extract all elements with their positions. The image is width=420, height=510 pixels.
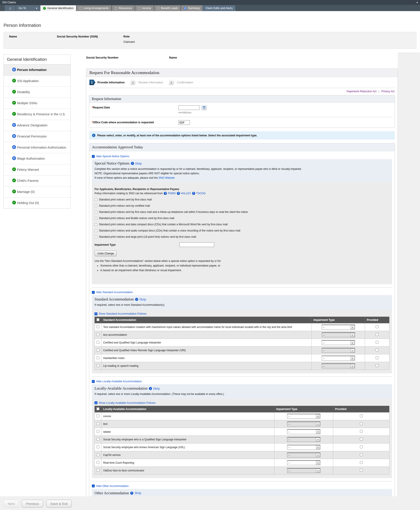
footer-save-exit-button[interactable]: Save & Exit [46,500,72,508]
sidebar-item[interactable]: SSI Application [4,76,70,87]
help-icon[interactable] [164,192,167,195]
sidebar-item[interactable]: Multiple SSNs [4,98,70,109]
provided-checkbox[interactable] [376,341,379,344]
sno-option[interactable]: Standard print notices and Braille notic… [95,217,389,220]
expand-icon[interactable] [95,312,98,315]
impairment-type-select[interactable]: -- [287,437,320,442]
nav-tab[interactable]: General Identification [40,5,76,11]
sno-option-radio[interactable] [95,198,98,201]
sidebar-item[interactable]: Felony Warrant [4,164,70,175]
paperwork-reduction-act-link[interactable]: Paperwork Reduction Act [346,90,376,93]
row-select-checkbox[interactable] [97,341,99,344]
row-select-checkbox[interactable] [97,461,99,464]
impairment-type-select[interactable]: -- [287,460,320,465]
help-icon[interactable] [192,192,195,195]
collapse-icon[interactable] [92,291,95,294]
provided-checkbox[interactable] [376,348,379,351]
row-select-checkbox[interactable] [97,430,99,433]
select-all-checkbox[interactable] [97,407,99,410]
row-select-checkbox[interactable] [97,414,99,417]
collapse-icon[interactable] [92,380,95,383]
other-help-link[interactable]: Help [135,491,141,495]
sidebar-item[interactable]: Person Information [4,65,70,76]
impairment-type-select[interactable]: -- [287,468,320,473]
impairment-type-select[interactable]: -- [287,414,320,419]
row-select-checkbox[interactable] [97,356,99,359]
footer-next-button[interactable]: Next [4,500,19,508]
provided-checkbox[interactable] [360,453,363,456]
nav-tab[interactable]: Income [135,5,154,11]
help-icon[interactable] [130,492,133,495]
row-select-checkbox[interactable] [97,438,99,441]
sno-option-radio[interactable] [95,211,98,214]
sno-option[interactable]: Standard print notices sent by first-cla… [95,210,389,214]
row-select-checkbox[interactable] [97,364,99,367]
sno-option-radio[interactable] [95,229,98,232]
row-select-checkbox[interactable] [97,469,99,472]
sidebar-item[interactable]: Holding Out (0) [4,198,70,208]
sidebar-item[interactable]: Marriage (0) [4,186,70,198]
sidebar-item[interactable]: Personal Information Authorization [4,142,70,153]
office-code-input[interactable] [178,120,190,125]
sno-option-radio[interactable] [95,217,98,220]
footer-previous-button[interactable]: Previous [22,500,43,508]
undo-change-button[interactable]: Undo Change [95,251,117,256]
sidebar-item[interactable]: Child's Parents [4,175,70,186]
policy-link[interactable]: HALLEX [181,192,191,195]
collapse-icon[interactable] [92,485,95,487]
row-select-checkbox[interactable] [97,333,99,336]
request-date-input[interactable] [178,105,199,110]
show-local-policies-link[interactable]: Show Locally-Available Accommodation Pol… [99,401,156,405]
hide-local-link[interactable]: Hide Locally-Available Accommodation [96,380,142,383]
sno-help-link[interactable]: Help [135,162,142,165]
impairment-type-select[interactable]: -- [322,340,355,345]
nav-tab[interactable]: Living Arrangements [76,5,111,11]
nav-tab[interactable]: Resources [112,5,135,11]
policy-link[interactable]: TSCOG [196,192,206,195]
help-icon[interactable] [149,387,152,390]
help-icon[interactable] [177,192,180,195]
select-all-checkbox[interactable] [97,318,99,321]
nav-tab[interactable]: Claim Edits and Alerts [203,5,235,11]
hide-standard-link[interactable]: Hide Standard Accommodation [96,291,133,294]
provided-checkbox[interactable] [360,461,363,464]
help-icon[interactable] [131,162,134,165]
collapse-icon[interactable] [92,155,95,158]
provided-checkbox[interactable] [360,414,363,417]
sno-option[interactable]: Standard print notices sent by certified… [95,204,389,207]
impairment-type-select[interactable]: -- [322,333,355,337]
impairment-type-select[interactable]: -- [287,429,320,434]
calendar-icon[interactable] [202,105,207,110]
provided-checkbox[interactable] [376,333,379,336]
nav-tab[interactable]: Benefit Leads [154,5,180,11]
hide-other-link[interactable]: Hide Other Accommodation [96,485,129,488]
impairment-type-select[interactable]: -- [322,363,355,368]
impairment-type-select[interactable]: -- [322,356,355,361]
impairment-type-select[interactable]: -- [287,453,320,458]
privacy-act-link[interactable]: Privacy Act [381,90,395,93]
impairment-type-select[interactable]: -- [322,348,355,353]
row-select-checkbox[interactable] [97,325,99,328]
standard-help-link[interactable]: Help [140,298,146,301]
provided-checkbox[interactable] [376,356,379,359]
sno-option[interactable]: Standard print notices sent by first-cla… [95,198,389,201]
sidebar-item[interactable]: Wage Authorization [4,153,70,164]
sno-option[interactable]: Standard print notices and audio compact… [95,229,389,232]
sidebar-item[interactable]: Advance Designation [4,120,70,131]
provided-checkbox[interactable] [360,445,363,448]
sidebar-item[interactable]: Financial Permission [4,131,70,142]
row-select-checkbox[interactable] [97,422,99,425]
hide-sno-link[interactable]: Hide Special Notice Options [96,155,129,158]
home-button[interactable] [5,5,15,11]
row-select-checkbox[interactable] [97,445,99,448]
goto-dropdown[interactable]: Go To [16,5,40,11]
provided-checkbox[interactable] [376,325,379,328]
local-help-link[interactable]: Help [153,387,160,391]
provided-checkbox[interactable] [376,364,379,367]
provided-checkbox[interactable] [360,422,363,425]
caret-down-icon[interactable] [416,1,418,4]
sno-option-radio[interactable] [95,236,98,238]
impairment-type-select[interactable]: -- [287,445,320,450]
nav-tab[interactable]: Summary [181,5,202,11]
policy-link[interactable]: POMS [168,192,175,195]
